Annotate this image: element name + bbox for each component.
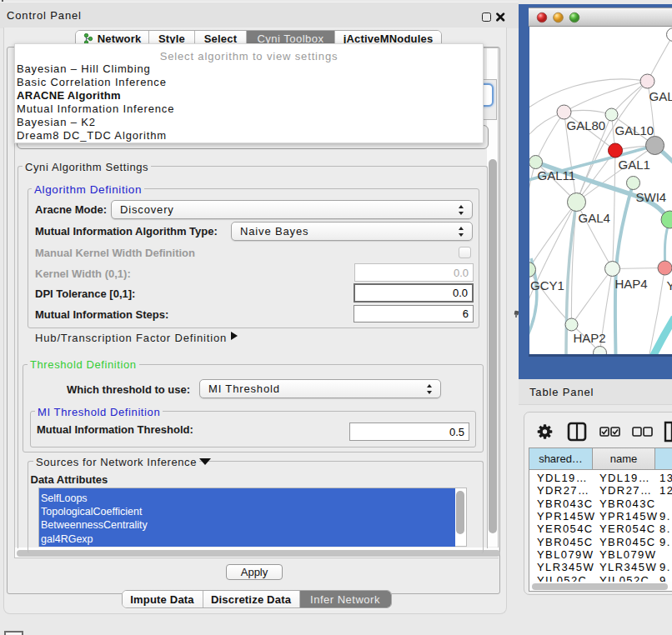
svg-text:GCY1: GCY1: [530, 278, 564, 292]
svg-text:GAL4: GAL4: [579, 211, 610, 225]
svg-text:GAL11: GAL11: [538, 168, 576, 182]
svg-text:SWI4: SWI4: [636, 190, 667, 204]
svg-text:GAL1: GAL1: [619, 158, 650, 172]
svg-text:HAP2: HAP2: [574, 331, 606, 345]
svg-text:HAP4: HAP4: [615, 277, 648, 291]
svg-text:Y: Y: [667, 278, 672, 292]
svg-text:GAL80: GAL80: [567, 118, 606, 132]
svg-text:GAL7: GAL7: [649, 89, 672, 103]
svg-text:GAL10: GAL10: [615, 123, 654, 138]
